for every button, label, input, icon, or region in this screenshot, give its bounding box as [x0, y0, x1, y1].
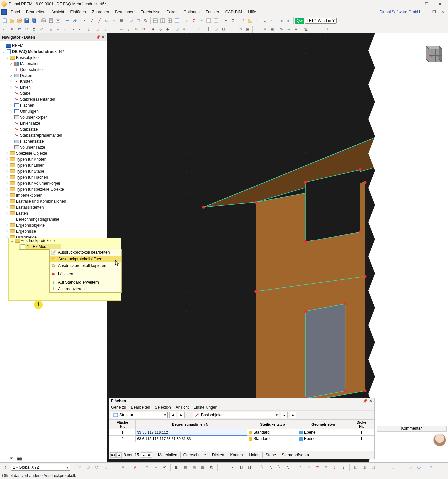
screenshot-icon[interactable] [55, 17, 61, 24]
surfaces-close-icon[interactable]: ✕ [369, 399, 372, 403]
sect-1-icon[interactable]: ⬚ [86, 26, 93, 33]
tree-basis-4[interactable]: Linien [20, 85, 31, 90]
addon-3-icon[interactable]: ⛶ [317, 26, 324, 33]
bp-menu-goto[interactable]: Gehe zu [111, 405, 126, 410]
nav-mode-model-icon[interactable]: ▭ [3, 456, 6, 461]
support-1-icon[interactable]: △ [48, 26, 54, 33]
sb-res-3-icon[interactable]: ≋ [314, 464, 321, 471]
combo1-prev[interactable]: ◂ [169, 412, 176, 418]
line-tool-icon[interactable]: ╱ [89, 17, 95, 24]
menu-optionen[interactable]: Optionen [181, 9, 202, 15]
sb-3d-icon[interactable]: ⬚ [102, 464, 109, 471]
tree-file[interactable]: DE FAQ Mehrfachdruck.rf6* [12, 49, 64, 54]
sb-clip-1-icon[interactable]: ◫ [352, 464, 359, 471]
release-icon[interactable]: ⊸ [69, 26, 76, 33]
move-icon[interactable]: ⇄ [16, 26, 23, 33]
void-icon[interactable]: ⊟ [220, 26, 227, 33]
sb-render-3-icon[interactable]: ◧ [238, 464, 244, 471]
sb-render-1-icon[interactable]: ▫ [220, 464, 227, 471]
menu-zuordnen[interactable]: Zuordnen [89, 9, 112, 15]
sb-eye-icon[interactable]: 👁 [161, 464, 168, 471]
sb-front-icon[interactable]: ▦ [182, 464, 189, 471]
tab-linien[interactable]: Linien [246, 452, 263, 458]
table-3-icon[interactable] [167, 17, 173, 24]
menu-datei[interactable]: Datei [8, 9, 23, 15]
sb-res-6-icon[interactable]: ⤵ [340, 464, 347, 471]
sb-grid2-icon[interactable]: ⊞ [390, 464, 396, 471]
ctx-collapse-all[interactable]: ↥Alle reduzieren [50, 286, 121, 292]
navigator-close-icon[interactable]: ✕ [101, 35, 105, 40]
ctx-open-report[interactable]: 📂Ausdruckprotokoll öffnen [50, 256, 121, 262]
load-2-icon[interactable]: ⇊ [118, 26, 125, 33]
tree-top-8[interactable]: Lastfälle und Kombinationen [16, 199, 66, 204]
bp-menu-settings[interactable]: Einstellungen [193, 405, 217, 410]
member-tool-icon[interactable]: ╱ [96, 17, 103, 24]
tree-basis-6[interactable]: Stabrepräsentanten [20, 97, 55, 102]
dimension-icon[interactable]: ↔ [254, 17, 261, 24]
tree-folder-0[interactable]: Ergebnisobjekte [16, 223, 45, 228]
undo-icon[interactable] [64, 17, 71, 24]
load-1-icon[interactable]: ↓ [111, 26, 117, 33]
pan-icon[interactable]: ✥ [9, 26, 15, 33]
sect-3-icon[interactable]: ⬚ [101, 26, 108, 33]
tab-materialien[interactable]: Materialien [155, 452, 180, 458]
opening-tool-icon[interactable]: ▫ [111, 17, 117, 24]
select2-icon[interactable]: ▢ [135, 17, 142, 24]
sb-res-4-icon[interactable]: ≋ [323, 464, 329, 471]
ctx-expand-default[interactable]: ↧Auf Standard erweitern [50, 279, 121, 286]
tree-top-2[interactable]: Typen für Linien [16, 163, 44, 168]
tab-knoten[interactable]: Knoten [227, 452, 246, 458]
nav-back-icon[interactable]: ◄ [278, 17, 285, 24]
grid-surf-icon[interactable]: ⊞ [174, 26, 180, 33]
settings-icon[interactable]: ⚙ [230, 17, 236, 24]
tree-top-9[interactable]: Lastassistenten [16, 205, 44, 210]
sb-ortho-icon[interactable]: ⊥ [111, 464, 117, 471]
results-1-icon[interactable] [205, 17, 212, 24]
sb-wire-icon[interactable]: ⌗ [119, 464, 126, 471]
struct-icon[interactable]: ⊡ [213, 26, 219, 33]
select-icon[interactable]: ▭ [128, 17, 134, 24]
calc-icon[interactable]: Σ [191, 17, 197, 24]
menu-extras[interactable]: Extras [164, 9, 180, 15]
combo-structure[interactable]: Struktur [111, 412, 168, 418]
tree-basis-11[interactable]: Stabsätze [20, 127, 38, 132]
tree-basis-14[interactable]: Volumensätze [20, 145, 45, 150]
bp-menu-view[interactable]: Ansicht [176, 405, 189, 410]
sb-iso-icon[interactable]: ◧ [173, 464, 180, 471]
close-button[interactable]: ✕ [433, 0, 447, 8]
mesh-icon[interactable]: ⌗ [181, 26, 188, 33]
load-3-icon[interactable]: ↓ [125, 26, 132, 33]
sb-plane-icon[interactable]: ▭ [398, 464, 405, 471]
child-minimize[interactable]: — [422, 9, 429, 15]
text-icon[interactable]: A [293, 26, 299, 33]
tab-dicken[interactable]: Dicken [209, 452, 227, 458]
cursor-icon[interactable]: ▭ [1, 26, 8, 33]
sb-ruler-icon[interactable]: ⊟ [407, 464, 413, 471]
sb-render-2-icon[interactable]: ▪ [229, 464, 236, 471]
sb-screen-icon[interactable]: 🖵 [415, 464, 422, 471]
sb-axes-icon[interactable]: ⤫ [76, 464, 83, 471]
wizard-icon[interactable]: ✎ [278, 26, 285, 33]
copy-icon[interactable]: ⧉ [142, 17, 149, 24]
company-label[interactable]: Dlubal Software GmbH [379, 10, 420, 14]
report-icon[interactable] [48, 17, 54, 24]
menu-berechnen[interactable]: Berechnen [112, 9, 137, 15]
tree-basis-8[interactable]: Öffnungen [20, 109, 39, 114]
new-file-icon[interactable] [1, 17, 8, 24]
sb-res-5-icon[interactable]: ⤴ [331, 464, 338, 471]
sb-side-icon[interactable]: ▤ [191, 464, 197, 471]
menu-bearbeiten[interactable]: Bearbeiten [23, 9, 48, 15]
tree-basis-9[interactable]: Volumenkörper [20, 115, 47, 120]
solid-tool-icon[interactable]: ▦ [118, 17, 125, 24]
pager-last[interactable]: ⏭ [147, 452, 152, 458]
open-icon[interactable] [9, 17, 15, 24]
pager-next[interactable]: ▸ [141, 452, 146, 458]
orientation-cube[interactable]: +X -Y [419, 39, 445, 65]
refine-icon[interactable]: ⋮⋮ [230, 26, 236, 33]
menu-ergebnisse[interactable]: Ergebnisse [138, 9, 163, 15]
design-icon[interactable]: ⊿ [196, 26, 202, 33]
addon-1-icon[interactable]: 🏗 [302, 26, 309, 33]
open-block-icon[interactable] [16, 17, 23, 24]
combo1-next[interactable]: ▸ [178, 412, 185, 418]
bp-menu-selection[interactable]: Selektion [155, 405, 171, 410]
